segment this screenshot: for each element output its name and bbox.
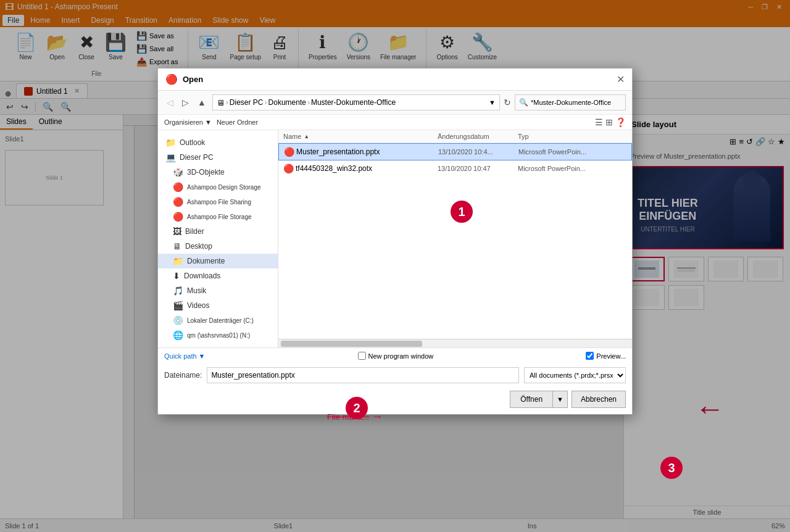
ashampoo-design-icon: 🔴 <box>173 182 183 192</box>
organize-dropdown-icon: ▼ <box>205 118 212 126</box>
type-col-label: Typ <box>518 133 529 140</box>
search-box: 🔍 <box>515 94 626 110</box>
sidebar-item-ashampoo-sharing[interactable]: 🔴 Ashampoo File Sharing <box>158 194 278 209</box>
sidebar-item-dieser-pc[interactable]: 💻 Dieser PC <box>158 150 278 165</box>
file-name-muster: Muster_presentation.pptx <box>296 148 438 156</box>
sidebar-label-pc: Dieser PC <box>180 153 214 162</box>
col-name-header[interactable]: Name ▲ <box>283 133 438 140</box>
toolbar-left: Organisieren ▼ Neuer Ordner <box>164 118 258 126</box>
h-scrollbar-thumb[interactable] <box>281 341 422 347</box>
nav-up-button[interactable]: ▲ <box>195 96 209 109</box>
date-col-label: Änderungsdatum <box>438 133 489 140</box>
file-pptx-icon-1: 🔴 <box>284 147 296 157</box>
open-dropdown-button[interactable]: ▼ <box>553 391 568 408</box>
quick-path-button[interactable]: Quick path ▼ <box>164 352 205 360</box>
sidebar-label-ashampoo-sharing: Ashampoo File Sharing <box>187 199 251 206</box>
breadcrumb-dropdown-icon[interactable]: ▼ <box>489 99 496 106</box>
dialog-title-text: Open <box>183 75 203 84</box>
sidebar-item-videos[interactable]: 🎬 Videos <box>158 298 278 313</box>
breadcrumb-folder[interactable]: Muster-Dokumente-Office <box>311 98 396 107</box>
sidebar-label-outlook: Outlook <box>180 138 205 147</box>
sidebar-item-lokaler-c[interactable]: 💿 Lokaler Datenträger (C:) <box>158 313 278 328</box>
view-list-button[interactable]: ☰ <box>595 117 603 127</box>
dokumente-icon: 📁 <box>173 256 183 266</box>
breadcrumb-pc-icon: 🖥 <box>217 98 225 107</box>
dialog-close-button[interactable]: ✕ <box>617 73 625 85</box>
view-help-button[interactable]: ❓ <box>615 117 626 127</box>
sidebar-label-downloads: Downloads <box>184 272 220 280</box>
file-date-muster: 13/10/2020 10:4... <box>438 148 518 156</box>
3d-icon: 🎲 <box>173 167 183 177</box>
sidebar-item-ashampoo-design[interactable]: 🔴 Ashampoo Design Storage <box>158 180 278 194</box>
new-program-window-label: New program window <box>368 352 434 360</box>
preview-checkbox[interactable]: Preview... <box>586 352 626 360</box>
open-dialog: 🔴 Open ✕ ◁ ▷ ▲ 🖥 › Dieser PC › Dokumente… <box>157 68 633 415</box>
col-date-header[interactable]: Änderungsdatum <box>438 133 518 140</box>
drive-c-icon: 💿 <box>173 315 183 325</box>
cancel-button[interactable]: Abbrechen <box>572 391 626 408</box>
sidebar-item-musik[interactable]: 🎵 Musik <box>158 283 278 298</box>
desktop-icon: 🖥 <box>173 241 181 251</box>
filename-label: Dateiname: <box>164 371 202 380</box>
new-program-window-checkbox[interactable]: New program window <box>358 352 434 360</box>
sidebar-item-downloads[interactable]: ⬇ Downloads <box>158 268 278 283</box>
sidebar-label-ashampoo-design: Ashampoo Design Storage <box>187 184 261 191</box>
file-date-tf44: 13/10/2020 10:47 <box>438 165 518 172</box>
refresh-button[interactable]: ↻ <box>504 98 511 107</box>
nav-back-button[interactable]: ◁ <box>164 96 176 109</box>
dialog-filelist: Name ▲ Änderungsdatum Typ 🔴 Muster_prese… <box>278 130 632 347</box>
dialog-overlay: 🔴 Open ✕ ◁ ▷ ▲ 🖥 › Dieser PC › Dokumente… <box>0 0 790 532</box>
sidebar-item-3dobjekte[interactable]: 🎲 3D-Objekte <box>158 165 278 180</box>
quick-path-dropdown-icon: ▼ <box>199 352 206 360</box>
dialog-title-icon: 🔴 <box>165 73 178 85</box>
new-program-window-input[interactable] <box>358 352 366 360</box>
search-input[interactable] <box>531 99 611 106</box>
sidebar-label-bilder: Bilder <box>185 227 204 236</box>
open-confirm-button[interactable]: Öffnen <box>510 391 553 408</box>
preview-input[interactable] <box>586 352 594 360</box>
badge-1: 1 <box>451 201 473 223</box>
sidebar-item-desktop[interactable]: 🖥 Desktop <box>158 239 278 254</box>
file-mgmt-annotation-text: File mana... <box>327 412 369 422</box>
file-row-muster[interactable]: 🔴 Muster_presentation.pptx 13/10/2020 10… <box>278 143 632 160</box>
sidebar-label-3d: 3D-Objekte <box>187 168 225 177</box>
sidebar-item-dokumente[interactable]: 📁 Dokumente <box>158 254 278 268</box>
filename-input[interactable] <box>207 367 519 383</box>
view-icons-button[interactable]: ⊞ <box>605 117 613 127</box>
nav-forward-button[interactable]: ▷ <box>180 96 191 109</box>
ashampoo-storage-icon: 🔴 <box>173 212 183 222</box>
file-name-tf44: tf44450328_win32.potx <box>296 164 438 173</box>
outlook-folder-icon: 📁 <box>165 138 176 148</box>
breadcrumb-separator-3: › <box>307 98 310 107</box>
search-icon: 🔍 <box>519 98 528 107</box>
breadcrumb-pc[interactable]: Dieser PC <box>230 98 264 107</box>
breadcrumb-dokumente[interactable]: Dokumente <box>268 98 306 107</box>
h-scrollbar[interactable] <box>278 339 632 347</box>
sidebar-label-musik: Musik <box>187 286 206 295</box>
new-folder-button[interactable]: Neuer Ordner <box>217 118 258 126</box>
sidebar-label-drive-n: qm (\ashsrvnas01) (N:) <box>187 332 250 339</box>
col-type-header[interactable]: Typ <box>518 133 627 140</box>
filetype-select[interactable]: All documents (*.prdx;*.prsx;*... <box>524 367 626 383</box>
dialog-titlebar: 🔴 Open ✕ <box>158 69 632 91</box>
sidebar-label-videos: Videos <box>187 301 209 310</box>
musik-icon: 🎵 <box>173 286 183 296</box>
organize-button[interactable]: Organisieren ▼ <box>164 118 212 126</box>
file-row-tf44[interactable]: 🔴 tf44450328_win32.potx 13/10/2020 10:47… <box>278 160 632 177</box>
file-type-muster: Microsoft PowerPoin... <box>518 148 626 156</box>
filelist-scroll: 🔴 Muster_presentation.pptx 13/10/2020 10… <box>278 143 632 339</box>
dialog-buttons: Öffnen ▼ Abbrechen <box>158 387 632 414</box>
sidebar-item-ashampoo-storage[interactable]: 🔴 Ashampoo File Storage <box>158 209 278 224</box>
network-drive-icon: 🌐 <box>173 330 183 340</box>
annotation-arrow: File mana... → <box>327 410 383 423</box>
breadcrumb-separator-1: › <box>226 98 228 107</box>
organize-label: Organisieren <box>164 118 203 126</box>
quick-path-label: Quick path <box>164 352 197 360</box>
pc-icon: 💻 <box>165 152 176 162</box>
sidebar-item-bilder[interactable]: 🖼 Bilder <box>158 224 278 239</box>
sidebar-item-outlook[interactable]: 📁 Outlook <box>158 135 278 150</box>
badge-3: 3 <box>660 457 683 479</box>
toolbar-right: ☰ ⊞ ❓ <box>595 117 626 127</box>
breadcrumb-separator-2: › <box>265 98 267 107</box>
sidebar-item-qm-n[interactable]: 🌐 qm (\ashsrvnas01) (N:) <box>158 328 278 343</box>
